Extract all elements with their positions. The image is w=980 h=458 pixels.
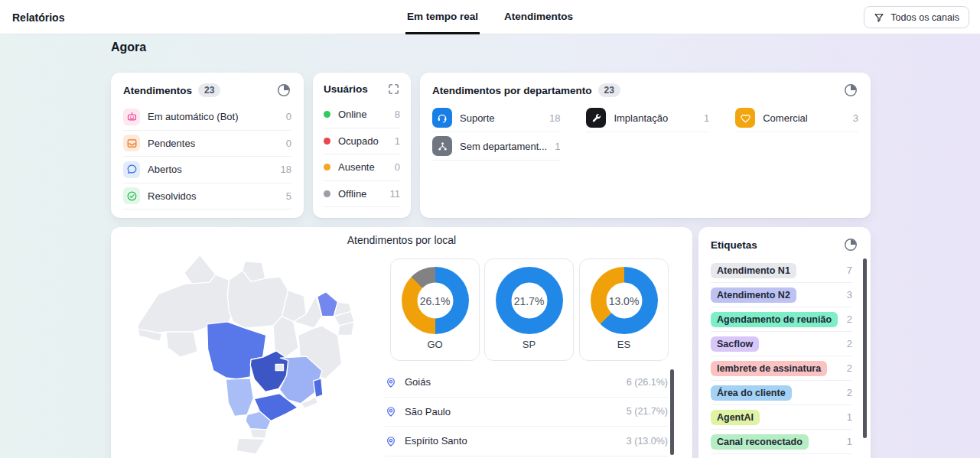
- status-dot: [324, 111, 330, 118]
- channel-filter-button[interactable]: Todos os canais: [864, 6, 969, 28]
- donut-label: SP: [523, 339, 536, 350]
- donut-card-go: 26.1%GO: [390, 258, 480, 361]
- org-icon: [432, 136, 452, 156]
- pie-clock-icon: [843, 83, 858, 98]
- card-usuarios-title: Usuários: [324, 83, 368, 95]
- atendimentos-total-badge: 23: [198, 83, 220, 97]
- status-dot: [324, 190, 330, 197]
- location-label: São Paulo: [405, 406, 451, 417]
- stat-row: Resolvidos5: [123, 184, 291, 210]
- user-status-row: Ausente0: [324, 154, 400, 181]
- tag-row: Sacflow2: [711, 332, 852, 356]
- card-departamentos-title: Atendimentos por departamento: [432, 85, 592, 96]
- card-etiquetas-title: Etiquetas: [711, 239, 757, 251]
- tag-pill: Canal reconectado: [711, 434, 809, 450]
- tag-pill: Sacflow: [711, 336, 759, 352]
- tag-row: AgentAI1: [711, 405, 852, 430]
- department-label: Suporte: [460, 112, 495, 124]
- user-status-row: Offline11: [324, 181, 400, 208]
- funnel-icon: [874, 12, 884, 23]
- departamentos-total-badge: 23: [598, 83, 620, 97]
- tag-row: Atendimento N17: [711, 258, 852, 283]
- department-item: Comercial3: [735, 104, 858, 132]
- donut-card-es: 13.0%ES: [579, 258, 669, 361]
- status-value: 8: [395, 109, 400, 120]
- location-value: 6 (26.1%): [627, 377, 668, 388]
- tag-count: 1: [847, 411, 852, 423]
- department-label: Implantação: [614, 112, 668, 124]
- stat-label: Resolvidos: [148, 190, 197, 202]
- map-state-mato-grosso-do-sul[interactable]: [226, 378, 253, 416]
- tag-count: 3: [847, 289, 852, 300]
- location-row: São Paulo5 (21.7%): [385, 398, 668, 427]
- department-label: Sem departament...: [460, 141, 547, 152]
- local-list-scrollbar[interactable]: [670, 369, 674, 455]
- status-dot: [324, 164, 330, 171]
- status-dot: [324, 138, 330, 145]
- tag-count: 1: [847, 436, 852, 447]
- check-circle-icon: [123, 187, 140, 204]
- map-pin-icon: [385, 405, 397, 417]
- user-status-row: Online8: [324, 102, 400, 128]
- tag-count: 2: [847, 362, 852, 374]
- heart-icon: [735, 108, 755, 128]
- location-label: Espírito Santo: [405, 435, 467, 447]
- tag-row: Atendimento N23: [711, 283, 852, 307]
- donut-label: ES: [617, 339, 630, 350]
- tag-row: Área do cliente2: [711, 381, 852, 405]
- tag-row: Agendamento de reunião2: [711, 307, 852, 332]
- donut-card-sp: 21.7%SP: [484, 258, 574, 361]
- stat-label: Em automático (Bot): [148, 111, 239, 122]
- status-value: 11: [390, 188, 401, 200]
- card-atendimentos-title: Atendimentos: [123, 85, 192, 96]
- wrench-icon: [586, 108, 606, 128]
- department-label: Comercial: [763, 112, 808, 124]
- card-etiquetas: Etiquetas Atendimento N17Atendimento N23…: [698, 227, 871, 458]
- tag-pill: lembrete de assinatura: [711, 361, 827, 376]
- map-state-espírito-santo[interactable]: [314, 378, 323, 398]
- tag-pill: AgentAI: [711, 410, 760, 425]
- tab-atendimentos[interactable]: Atendimentos: [503, 0, 575, 34]
- inbox-icon: [123, 135, 140, 151]
- headset-icon: [432, 108, 452, 128]
- donut-label: GO: [427, 339, 442, 350]
- card-departamentos: Atendimentos por departamento 23 Suporte…: [420, 73, 871, 218]
- tag-count: 7: [847, 265, 852, 276]
- card-local: Atendimentos por local 26.1%GO21.7%SP13.…: [111, 227, 692, 458]
- expand-icon[interactable]: [387, 83, 400, 96]
- status-value: 1: [395, 135, 400, 147]
- etiquetas-scrollbar[interactable]: [863, 258, 867, 438]
- tag-pill: Atendimento N1: [711, 263, 796, 278]
- location-value: 5 (21.7%): [627, 406, 668, 417]
- stat-value: 18: [281, 164, 291, 175]
- card-usuarios: Usuários Online8Ocupado1Ausente0Offline1…: [313, 73, 411, 218]
- status-label: Offline: [338, 188, 366, 200]
- status-label: Ausente: [338, 161, 375, 173]
- tag-row: Dúvida geral1: [711, 454, 852, 458]
- pie-clock-icon: [843, 237, 858, 252]
- donut-percent: 13.0%: [606, 283, 642, 319]
- donut-percent: 26.1%: [417, 283, 453, 319]
- map-state-rondônia: [166, 332, 197, 357]
- location-label: Goiás: [405, 376, 431, 388]
- stat-value: 5: [286, 190, 291, 202]
- bot-icon: [123, 109, 140, 125]
- chat-bubble-icon: [123, 161, 140, 178]
- status-label: Ocupado: [338, 135, 379, 147]
- card-atendimentos: Atendimentos 23 Em automático (Bot)0Pend…: [111, 73, 304, 218]
- department-value: 18: [549, 112, 560, 124]
- department-value: 1: [555, 141, 560, 152]
- stat-label: Pendentes: [148, 138, 195, 149]
- tag-pill: Atendimento N2: [711, 287, 796, 303]
- map-state-santa-catarina: [250, 429, 267, 438]
- donut-chart: 21.7%: [496, 267, 563, 334]
- department-item: Suporte18: [432, 104, 560, 132]
- tag-row: Canal reconectado1: [711, 430, 852, 454]
- donut-chart: 13.0%: [591, 267, 658, 334]
- user-status-row: Ocupado1: [324, 128, 400, 155]
- location-value: 3 (13.0%): [627, 436, 668, 447]
- department-value: 3: [853, 112, 858, 124]
- tab-em-tempo-real[interactable]: Em tempo real: [405, 0, 480, 34]
- tag-count: 2: [847, 387, 852, 398]
- tag-count: 2: [847, 313, 852, 325]
